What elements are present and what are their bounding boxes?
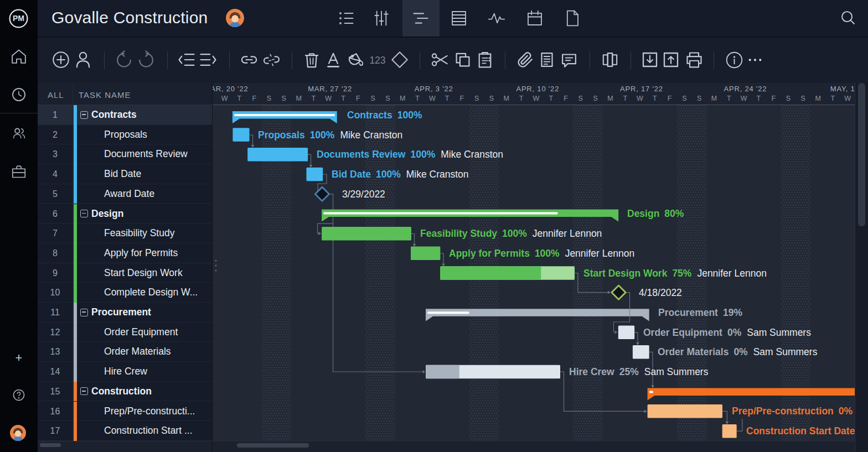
svg-text:PM: PM	[13, 14, 24, 23]
